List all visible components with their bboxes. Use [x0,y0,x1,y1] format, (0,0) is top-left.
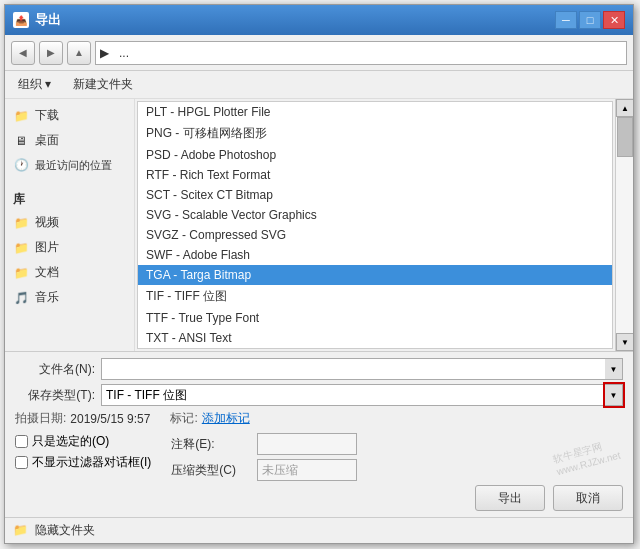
recent-icon: 🕐 [13,157,29,173]
secondary-toolbar: 组织 ▾ 新建文件夹 [5,71,633,99]
file-list-item-rtf[interactable]: RTF - Rich Text Format [138,165,612,185]
scroll-up-button[interactable]: ▲ [616,99,633,117]
maximize-button[interactable]: □ [579,11,601,29]
music-icon: 🎵 [13,290,29,306]
file-list-item-ttf[interactable]: TTF - True Type Font [138,308,612,328]
sidebar-label-pictures: 图片 [35,239,59,256]
bottom-panel: 文件名(N): ▼ 保存类型(T): ▼ 拍摄日期: 2019/5/15 9:5… [5,351,633,517]
forward-button[interactable]: ▶ [39,41,63,65]
filename-row: 文件名(N): ▼ [15,358,623,380]
date-value: 2019/5/15 9:57 [70,412,150,426]
video-icon: 📁 [13,215,29,231]
filename-field: ▼ [101,358,623,380]
file-list-item-sct[interactable]: SCT - Scitex CT Bitmap [138,185,612,205]
sidebar-label-music: 音乐 [35,289,59,306]
action-buttons: 导出 取消 [15,485,623,511]
footer-folder-icon: 📁 [13,523,29,539]
file-list[interactable]: PLT - HPGL Plotter FilePNG - 可移植网络图形PSD … [137,101,613,349]
checkbox-no-filter-input[interactable] [15,456,28,469]
folder-icon: 📁 [13,108,29,124]
checkbox-group: 只是选定的(O) 不显示过滤器对话框(I) [15,433,151,471]
window-title: 导出 [35,11,61,29]
file-list-item-psd[interactable]: PSD - Adobe Photoshop [138,145,612,165]
checkbox-no-filter[interactable]: 不显示过滤器对话框(I) [15,454,151,471]
scroll-track[interactable] [616,117,633,333]
tags-value[interactable]: 添加标记 [202,410,250,427]
file-list-item-png[interactable]: PNG - 可移植网络图形 [138,122,612,145]
date-meta: 拍摄日期: 2019/5/15 9:57 [15,410,150,427]
organize-button[interactable]: 组织 ▾ [11,73,58,96]
desktop-icon: 🖥 [13,133,29,149]
sidebar-item-videos[interactable]: 📁 视频 [5,210,134,235]
savetype-label: 保存类型(T): [15,387,95,404]
scroll-down-button[interactable]: ▼ [616,333,633,351]
sidebar-item-music[interactable]: 🎵 音乐 [5,285,134,310]
file-list-item-txt[interactable]: TXT - ANSI Text [138,328,612,348]
filename-label: 文件名(N): [15,361,95,378]
footer: 📁 隐藏文件夹 [5,517,633,543]
sidebar-label-downloads: 下载 [35,107,59,124]
checkbox-selected-only-input[interactable] [15,435,28,448]
back-button[interactable]: ◀ [11,41,35,65]
compression-input[interactable] [257,459,357,481]
annotations-row: 注释(E): [171,433,623,455]
title-bar: 📤 导出 ─ □ ✕ [5,5,633,35]
window-icon: 📤 [13,12,29,28]
export-button[interactable]: 导出 [475,485,545,511]
close-button[interactable]: ✕ [603,11,625,29]
annotations-label: 注释(E): [171,436,251,453]
savetype-dropdown-btn[interactable]: ▼ [605,384,623,406]
sidebar-item-desktop[interactable]: 🖥 桌面 [5,128,134,153]
savetype-input[interactable] [101,384,605,406]
sidebar-item-documents[interactable]: 📁 文档 [5,260,134,285]
date-label: 拍摄日期: [15,410,66,427]
file-list-item-wmf[interactable]: WMF - Windows Metafile [138,348,612,349]
annotations-input[interactable] [257,433,357,455]
checkbox-no-filter-label: 不显示过滤器对话框(I) [32,454,151,471]
library-header: 库 [5,185,134,210]
tags-meta: 标记: 添加标记 [170,410,249,427]
file-list-item-tga[interactable]: TGA - Targa Bitmap [138,265,612,285]
compression-label: 压缩类型(C) [171,462,251,479]
address-path: ▶ ... [100,46,129,60]
minimize-button[interactable]: ─ [555,11,577,29]
meta-row: 拍摄日期: 2019/5/15 9:57 标记: 添加标记 [15,410,623,427]
file-list-item-svgz[interactable]: SVGZ - Compressed SVG [138,225,612,245]
sidebar-item-pictures[interactable]: 📁 图片 [5,235,134,260]
savetype-row: 保存类型(T): ▼ [15,384,623,406]
filename-dropdown-btn[interactable]: ▼ [605,358,623,380]
document-icon: 📁 [13,265,29,281]
up-button[interactable]: ▲ [67,41,91,65]
sidebar-label-desktop: 桌面 [35,132,59,149]
tags-label: 标记: [170,410,197,427]
address-bar[interactable]: ▶ ... [95,41,627,65]
sidebar-item-recent[interactable]: 🕐 最近访问的位置 [5,153,134,177]
scrollbar[interactable]: ▲ ▼ [615,99,633,351]
sidebar-label-videos: 视频 [35,214,59,231]
footer-label[interactable]: 隐藏文件夹 [35,522,95,539]
sidebar: 📁 下载 🖥 桌面 🕐 最近访问的位置 库 📁 视频 📁 [5,99,135,351]
file-list-item-swf[interactable]: SWF - Adobe Flash [138,245,612,265]
right-options: 注释(E): 压缩类型(C) [171,433,623,481]
checkbox-selected-only[interactable]: 只是选定的(O) [15,433,151,450]
cancel-button[interactable]: 取消 [553,485,623,511]
picture-icon: 📁 [13,240,29,256]
options-row: 只是选定的(O) 不显示过滤器对话框(I) 注释(E): 压缩类型(C) [15,433,623,481]
file-list-item-tif[interactable]: TIF - TIFF 位图 [138,285,612,308]
savetype-field: ▼ [101,384,623,406]
compression-row: 压缩类型(C) [171,459,623,481]
filename-input[interactable] [101,358,605,380]
new-folder-button[interactable]: 新建文件夹 [66,73,140,96]
sidebar-label-recent: 最近访问的位置 [35,158,112,173]
navigation-toolbar: ◀ ▶ ▲ ▶ ... [5,35,633,71]
scroll-thumb[interactable] [617,117,633,157]
checkbox-selected-only-label: 只是选定的(O) [32,433,109,450]
window-controls: ─ □ ✕ [555,11,625,29]
file-list-item-plt[interactable]: PLT - HPGL Plotter File [138,102,612,122]
sidebar-item-downloads[interactable]: 📁 下载 [5,103,134,128]
sidebar-label-documents: 文档 [35,264,59,281]
file-list-item-svg[interactable]: SVG - Scalable Vector Graphics [138,205,612,225]
